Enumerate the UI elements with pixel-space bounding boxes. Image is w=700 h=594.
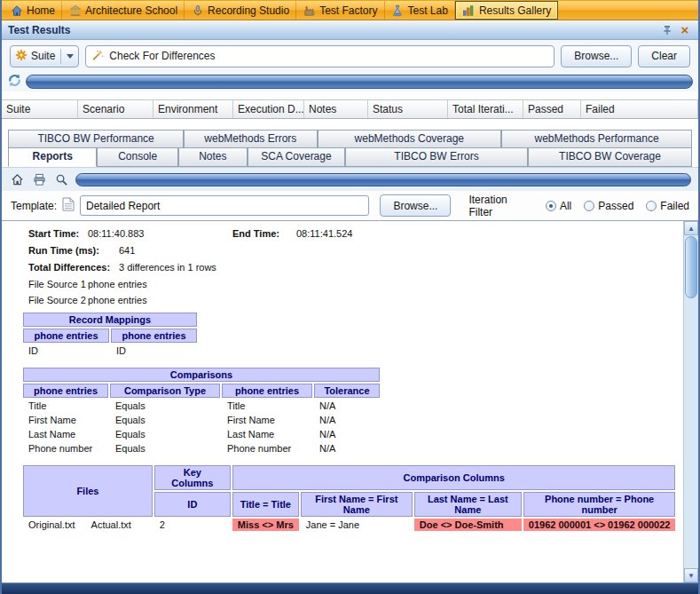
diff-cell-phone-number: 01962 000001 <> 01962 000022 xyxy=(523,519,676,531)
nav-results-gallery-label: Results Gallery xyxy=(479,4,551,17)
comparison-cell: First Name xyxy=(222,414,312,426)
tab-webmethods-coverage[interactable]: webMethods Coverage xyxy=(318,130,501,147)
nav-recording-studio[interactable]: Recording Studio xyxy=(185,1,296,20)
key-sub-header: ID xyxy=(154,492,231,517)
results-grid: Suite Scenario Environment Execution D..… xyxy=(2,91,698,120)
file-source-2-row: File Source 2 phone entries xyxy=(28,295,683,305)
key-value-cell: 2 xyxy=(154,519,231,531)
diff-cell-title: Miss <> Mrs xyxy=(232,519,299,531)
comparison-cell: N/A xyxy=(314,442,380,455)
comparisons-row: Phone number Equals Phone number N/A xyxy=(23,442,380,455)
file-1-name: Original.txt xyxy=(28,519,75,530)
nav-architecture-school[interactable]: Architecture School xyxy=(62,1,185,20)
radio-all[interactable]: All xyxy=(546,200,571,212)
column-header-suite[interactable]: Suite xyxy=(2,100,78,118)
comparison-cell: Equals xyxy=(110,442,220,455)
nav-results-gallery[interactable]: Results Gallery xyxy=(455,1,558,20)
close-icon[interactable]: × xyxy=(678,23,692,37)
tab-tibco-bw-coverage[interactable]: TIBCO BW Coverage xyxy=(528,147,692,167)
home-icon xyxy=(10,4,23,17)
nav-test-lab[interactable]: Test Lab xyxy=(385,1,455,20)
column-header-scenario[interactable]: Scenario xyxy=(78,100,153,118)
comparisons-header-source1: phone entries xyxy=(23,384,108,398)
report-home-icon[interactable] xyxy=(9,171,25,187)
main-nav-toolbar: Home Architecture School Recording Studi… xyxy=(2,0,698,20)
record-mappings-header-2: phone entries xyxy=(111,329,197,343)
file-source-1-label: File Source 1 xyxy=(28,279,88,289)
nav-home-label: Home xyxy=(27,4,55,17)
total-differences-row: Total Differences: 3 differences in 1 ro… xyxy=(28,262,683,273)
search-icon[interactable] xyxy=(53,171,69,187)
column-header-execution-date[interactable]: Execution D... xyxy=(233,100,304,118)
scroll-down-button[interactable]: ▼ xyxy=(684,568,698,582)
tab-webmethods-errors[interactable]: webMethods Errors xyxy=(184,130,317,147)
architecture-school-icon xyxy=(68,4,82,17)
key-columns-header: Key Columns xyxy=(154,465,231,490)
radio-failed[interactable]: Failed xyxy=(646,200,689,212)
comparison-cell: Equals xyxy=(110,428,220,440)
files-cell: Original.txtActual.txt xyxy=(23,519,153,531)
record-mappings-cell: ID xyxy=(23,345,109,357)
nav-home[interactable]: Home xyxy=(4,1,62,20)
comparison-cell: Title xyxy=(23,400,108,412)
radio-passed[interactable]: Passed xyxy=(584,200,633,212)
tab-row-2: Reports Console Notes SCA Coverage TIBCO… xyxy=(8,147,692,167)
comparison-cell: N/A xyxy=(314,414,380,426)
comparisons-row: First Name Equals First Name N/A xyxy=(23,414,380,426)
tab-row-1: TIBCO BW Performance webMethods Errors w… xyxy=(8,130,692,147)
document-icon[interactable] xyxy=(62,197,75,214)
column-header-status[interactable]: Status xyxy=(368,100,448,118)
microphone-icon xyxy=(191,4,204,17)
clear-button[interactable]: Clear xyxy=(638,45,690,67)
comparison-cell: Equals xyxy=(110,400,220,412)
file-source-1-row: File Source 1 phone entries xyxy=(28,279,683,289)
print-icon[interactable] xyxy=(31,171,47,187)
column-header-notes[interactable]: Notes xyxy=(304,100,368,118)
tab-notes[interactable]: Notes xyxy=(178,147,248,167)
browse-button[interactable]: Browse... xyxy=(561,45,632,67)
scrollbar-thumb[interactable] xyxy=(685,236,697,298)
tab-tibco-bw-performance[interactable]: TIBCO BW Performance xyxy=(8,130,184,147)
pin-icon[interactable] xyxy=(660,23,674,37)
scroll-up-button[interactable]: ▲ xyxy=(684,221,698,235)
template-input[interactable] xyxy=(80,195,369,216)
comparison-cell: Equals xyxy=(110,414,220,426)
comparison-sub-header: Phone number = Phone number xyxy=(523,492,676,517)
file-2-name: Actual.txt xyxy=(91,519,131,530)
gear-icon xyxy=(15,49,28,64)
record-mappings-cell: ID xyxy=(111,345,197,357)
tab-webmethods-performance[interactable]: webMethods Performance xyxy=(501,130,692,147)
nav-architecture-school-label: Architecture School xyxy=(85,4,177,17)
total-differences-label: Total Differences: xyxy=(28,262,119,273)
magic-wand-icon xyxy=(91,49,104,64)
vertical-scrollbar[interactable]: ▲ ▼ xyxy=(683,221,698,582)
tab-tibco-bw-errors[interactable]: TIBCO BW Errors xyxy=(345,147,528,167)
report-toolbar xyxy=(2,167,698,191)
column-header-passed[interactable]: Passed xyxy=(523,100,581,118)
tab-console[interactable]: Console xyxy=(97,147,177,167)
tab-sca-coverage[interactable]: SCA Coverage xyxy=(248,147,345,167)
nav-recording-studio-label: Recording Studio xyxy=(208,4,289,17)
comparisons-title: Comparisons xyxy=(23,368,380,382)
panel-title: Test Results xyxy=(8,24,657,36)
radio-all-label: All xyxy=(560,200,571,212)
template-browse-button[interactable]: Browse... xyxy=(380,194,451,217)
refresh-icon[interactable] xyxy=(7,73,22,91)
suite-search-field[interactable]: Check For Differences xyxy=(85,45,554,67)
tab-reports[interactable]: Reports xyxy=(8,147,97,167)
flask-icon xyxy=(391,4,405,17)
file-source-1-value: phone entries xyxy=(88,279,147,289)
column-header-total-iterations[interactable]: Total Iterati... xyxy=(448,100,523,118)
window-bottom-edge xyxy=(2,582,698,594)
record-mappings-table: Record Mappings phone entries phone entr… xyxy=(21,311,199,359)
column-header-environment[interactable]: Environment xyxy=(153,100,233,118)
nav-test-factory[interactable]: Test Factory xyxy=(296,1,384,20)
column-header-failed[interactable]: Failed xyxy=(581,100,698,118)
comparison-cell: Phone number xyxy=(23,442,108,455)
files-table: Files Key Columns Comparison Columns ID … xyxy=(21,463,677,533)
comparisons-table: Comparisons phone entries Comparison Typ… xyxy=(21,366,381,456)
chevron-down-icon[interactable] xyxy=(67,54,74,59)
run-time-value: 641 xyxy=(119,245,135,256)
suite-button[interactable]: Suite xyxy=(10,45,79,67)
suite-search-value: Check For Differences xyxy=(109,50,215,62)
